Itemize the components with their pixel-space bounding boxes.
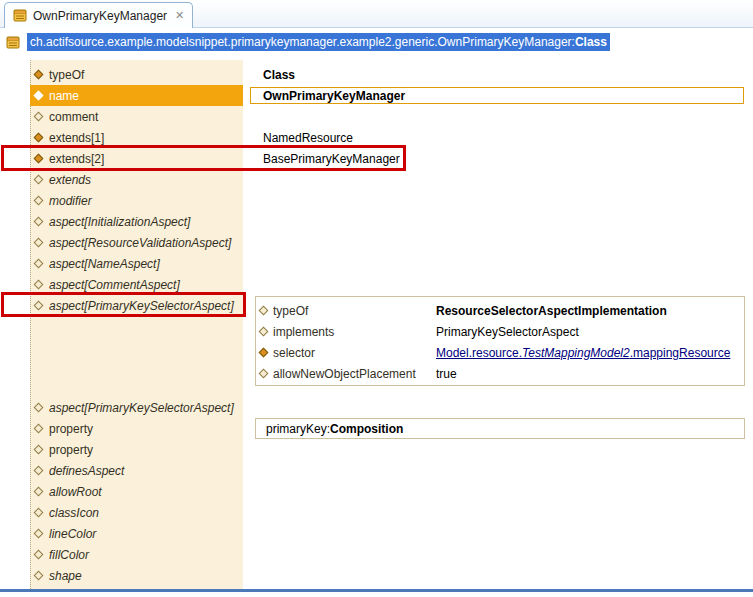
qualified-name-type: Class: [575, 35, 607, 49]
property-label: aspect[PrimaryKeySelectorAspect]: [49, 299, 234, 313]
breadcrumb[interactable]: ch.actifsource.example.modelsnippet.prim…: [0, 28, 753, 56]
resource-icon: [13, 8, 28, 23]
property-value[interactable]: NamedResource: [263, 131, 353, 145]
property-editor: typeOf Class name OwnPrimaryKeyManager c…: [0, 60, 753, 589]
editor-window: OwnPrimaryKeyManager ✕ ch.actifsource.ex…: [0, 0, 753, 597]
property-label: aspect[PrimaryKeySelectorAspect]: [49, 401, 234, 415]
primarykey-composition-box[interactable]: primaryKey : Composition: [255, 418, 745, 439]
property-label: fillColor: [49, 548, 89, 562]
property-label: comment: [49, 110, 98, 124]
property-label: aspect[CommentAspect]: [49, 278, 180, 292]
property-value[interactable]: BasePrimaryKeyManager: [263, 152, 400, 166]
property-label: lineColor: [49, 527, 96, 541]
property-label: aspect[ResourceValidationAspect]: [49, 236, 231, 250]
property-value[interactable]: Class: [263, 68, 295, 82]
diamond-icon: [34, 508, 44, 518]
aspect-row-allownewobjectplacement[interactable]: allowNewObjectPlacement true: [256, 363, 744, 384]
tab-title: OwnPrimaryKeyManager: [33, 9, 167, 23]
diamond-icon: [34, 259, 44, 269]
aspect-row-implements[interactable]: implements PrimaryKeySelectorAspect: [256, 321, 744, 342]
diamond-icon: [259, 369, 269, 379]
property-label: allowRoot: [49, 485, 102, 499]
diamond-icon: [34, 550, 44, 560]
diamond-icon: [259, 327, 269, 337]
diamond-icon: [34, 154, 44, 164]
property-row-extends1[interactable]: extends[1] NamedResource: [30, 127, 753, 148]
aspect-label: selector: [273, 346, 436, 360]
aspect-label: implements: [273, 325, 436, 339]
property-label: extends[2]: [49, 152, 104, 166]
qualified-name-selected-text[interactable]: ch.actifsource.example.modelsnippet.prim…: [27, 33, 610, 51]
selector-link-prefix: Model.resource.: [436, 346, 522, 360]
tab-bar: OwnPrimaryKeyManager ✕: [0, 0, 753, 28]
diamond-icon: [34, 91, 44, 101]
aspect-value[interactable]: PrimaryKeySelectorAspect: [436, 325, 579, 339]
aspect-detail-panel: typeOf ResourceSelectorAspectImplementat…: [255, 296, 745, 386]
tab-ownprimarykeymanager[interactable]: OwnPrimaryKeyManager ✕: [4, 2, 193, 28]
selector-link-model: TestMappingModel2: [522, 346, 630, 360]
aspect-row-typeof[interactable]: typeOf ResourceSelectorAspectImplementat…: [256, 300, 744, 321]
property-row-aspect-initialization[interactable]: aspect[InitializationAspect]: [30, 211, 753, 232]
diamond-icon: [259, 306, 269, 316]
property-row-aspect-name[interactable]: aspect[NameAspect]: [30, 253, 753, 274]
diamond-icon: [34, 70, 44, 80]
property-label: aspect[InitializationAspect]: [49, 215, 190, 229]
window-bottom-edge: [0, 589, 753, 592]
diamond-icon: [34, 571, 44, 581]
property-row-extends[interactable]: extends: [30, 169, 753, 190]
diamond-icon: [34, 238, 44, 248]
property-row-allowroot[interactable]: allowRoot: [30, 481, 753, 502]
property-row-modifier[interactable]: modifier: [30, 190, 753, 211]
aspect-label: typeOf: [273, 304, 436, 318]
property-row-extends2[interactable]: extends[2] BasePrimaryKeyManager: [30, 148, 753, 169]
diamond-icon: [34, 403, 44, 413]
property-label: definesAspect: [49, 464, 124, 478]
property-label: property: [49, 443, 93, 457]
diamond-icon: [34, 280, 44, 290]
property-row-typeof[interactable]: typeOf Class: [30, 64, 753, 85]
close-icon[interactable]: ✕: [175, 10, 184, 21]
selected-label-cell[interactable]: name: [30, 85, 243, 106]
property-label: shape: [49, 569, 82, 583]
diamond-icon: [34, 466, 44, 476]
property-row-linecolor[interactable]: lineColor: [30, 523, 753, 544]
selector-link[interactable]: Model.resource.TestMappingModel2.mapping…: [436, 346, 730, 360]
property-row-definesaspect[interactable]: definesAspect: [30, 460, 753, 481]
diamond-icon: [34, 133, 44, 143]
diamond-icon: [34, 301, 44, 311]
property-label: extends[1]: [49, 131, 104, 145]
selector-link-suffix: .mappingResource: [630, 346, 731, 360]
property-row-classicon[interactable]: classIcon: [30, 502, 753, 523]
property-label: extends: [49, 173, 91, 187]
property-row-property-2[interactable]: property: [30, 439, 753, 460]
aspect-label: allowNewObjectPlacement: [273, 367, 436, 381]
diamond-icon: [34, 217, 44, 227]
property-row-name[interactable]: name OwnPrimaryKeyManager: [30, 85, 753, 106]
primarykey-name: primaryKey: [266, 422, 327, 436]
diamond-icon: [34, 487, 44, 497]
property-row-comment[interactable]: comment: [30, 106, 753, 127]
diamond-icon: [34, 529, 44, 539]
property-label: modifier: [49, 194, 92, 208]
property-row-fillcolor[interactable]: fillColor: [30, 544, 753, 565]
diamond-icon: [34, 175, 44, 185]
property-label: aspect[NameAspect]: [49, 257, 160, 271]
property-row-aspect-resourcevalidation[interactable]: aspect[ResourceValidationAspect]: [30, 232, 753, 253]
primarykey-type: Composition: [330, 422, 403, 436]
diamond-icon: [34, 112, 44, 122]
property-row-aspect-primarykeyselector-2[interactable]: aspect[PrimaryKeySelectorAspect]: [30, 397, 753, 418]
property-row-shape[interactable]: shape: [30, 565, 753, 586]
name-value-field[interactable]: OwnPrimaryKeyManager: [250, 87, 744, 104]
property-label: property: [49, 422, 93, 436]
aspect-value[interactable]: true: [436, 367, 457, 381]
aspect-value[interactable]: ResourceSelectorAspectImplementation: [436, 304, 667, 318]
property-label: typeOf: [49, 68, 84, 82]
diamond-icon: [34, 424, 44, 434]
property-label: name: [49, 89, 79, 103]
qualified-name-path: ch.actifsource.example.modelsnippet.prim…: [30, 35, 575, 49]
resource-icon: [6, 35, 21, 50]
diamond-icon: [34, 196, 44, 206]
property-row-aspect-comment[interactable]: aspect[CommentAspect]: [30, 274, 753, 295]
diamond-icon: [259, 348, 269, 358]
aspect-row-selector[interactable]: selector Model.resource.TestMappingModel…: [256, 342, 744, 363]
